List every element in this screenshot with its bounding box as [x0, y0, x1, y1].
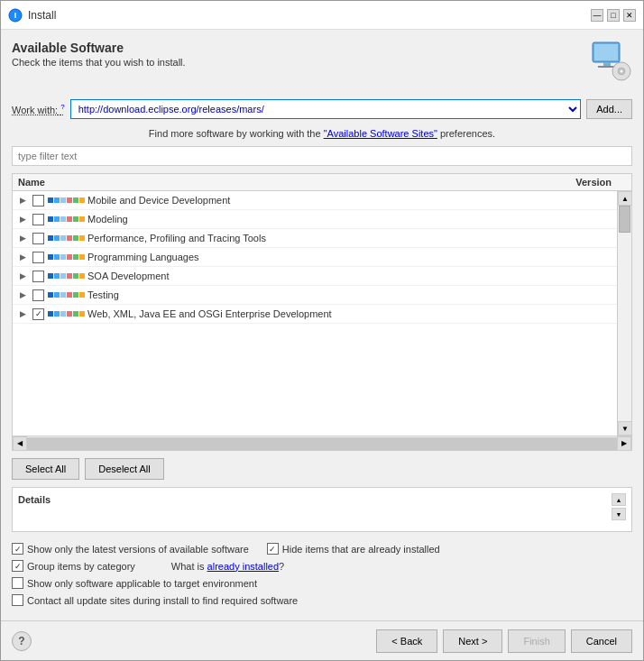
title-bar-left: I Install: [8, 8, 56, 23]
computer-icon: [585, 37, 632, 84]
options-row-2: Group items by category What is already …: [12, 560, 632, 572]
back-button[interactable]: < Back: [376, 629, 437, 653]
item-label: Web, XML, Java EE and OSGi Enterprise De…: [87, 308, 613, 319]
tree-container: Name Version ▶ Mobile and Device Develop…: [12, 173, 632, 451]
item-icons: [48, 273, 85, 279]
tree-row[interactable]: ▶ Mobile and Device Development: [13, 191, 617, 210]
tree-header: Name Version: [13, 174, 631, 191]
item-icons: [48, 235, 85, 241]
header-icon: [585, 37, 632, 87]
available-sites-link[interactable]: "Available Software Sites": [324, 128, 437, 139]
details-scrollbar[interactable]: ▲ ▼: [612, 493, 626, 520]
maximize-button[interactable]: □: [607, 9, 620, 22]
options-area: Show only the latest versions of availab…: [12, 539, 632, 610]
already-installed-link[interactable]: already installed: [207, 561, 280, 572]
scroll-down-arrow[interactable]: ▼: [618, 421, 631, 436]
option-checkbox-group[interactable]: [12, 560, 23, 572]
section-title: Available Software: [12, 41, 186, 55]
option-already-installed: What is already installed?: [171, 560, 284, 572]
option-hide-installed: Hide items that are already installed: [267, 543, 440, 555]
h-scroll-track[interactable]: [27, 437, 617, 450]
select-buttons-area: Select All Deselect All: [12, 458, 632, 480]
details-scroll-down[interactable]: ▼: [612, 508, 626, 520]
option-group-category: Group items by category: [12, 560, 135, 572]
details-section: Details ▲ ▼: [12, 487, 632, 532]
work-with-label: Work with: ?: [12, 103, 65, 115]
expand-icon[interactable]: ▶: [16, 232, 29, 244]
expand-icon[interactable]: ▶: [16, 308, 29, 320]
options-row-1: Show only the latest versions of availab…: [12, 543, 632, 555]
section-subtitle: Check the items that you wish to install…: [12, 57, 186, 68]
tree-row[interactable]: ▶ Performance, Profiling and Tracing Too…: [13, 229, 617, 248]
options-row-4: Contact all update sites during install …: [12, 594, 632, 606]
add-button[interactable]: Add...: [586, 99, 632, 119]
cancel-button[interactable]: Cancel: [571, 629, 632, 653]
item-checkbox[interactable]: [32, 195, 44, 207]
item-label: Testing: [87, 289, 613, 300]
option-label-latest: Show only the latest versions of availab…: [27, 544, 249, 555]
details-scroll-up[interactable]: ▲: [612, 493, 626, 506]
tree-row[interactable]: ▶ Programming Languages: [13, 248, 617, 267]
header-area: Available Software Check the items that …: [12, 41, 186, 68]
scroll-right-arrow[interactable]: ▶: [617, 436, 631, 451]
expand-icon[interactable]: ▶: [16, 194, 29, 207]
work-with-row: Work with: ? http://download.eclipse.org…: [12, 99, 632, 119]
next-button[interactable]: Next >: [443, 629, 502, 653]
option-checkbox-contact[interactable]: [12, 594, 23, 606]
item-checkbox[interactable]: [32, 308, 44, 320]
option-checkbox-latest[interactable]: [12, 543, 23, 555]
install-icon: I: [8, 8, 23, 23]
option-label-contact: Contact all update sites during install …: [27, 595, 298, 606]
title-bar: I Install — □ ✕: [1, 1, 643, 30]
svg-rect-4: [603, 62, 611, 66]
scroll-track[interactable]: [618, 206, 631, 421]
option-label-group: Group items by category: [27, 561, 135, 572]
expand-icon[interactable]: ▶: [16, 270, 29, 282]
minimize-button[interactable]: —: [591, 9, 603, 22]
option-label-target: Show only software applicable to target …: [27, 578, 257, 589]
column-name: Name: [18, 177, 575, 188]
expand-icon[interactable]: ▶: [16, 251, 29, 263]
window-title: Install: [28, 9, 56, 22]
item-checkbox[interactable]: [32, 271, 44, 282]
filter-input[interactable]: [12, 146, 632, 166]
option-label-hide: Hide items that are already installed: [282, 544, 440, 555]
tree-row[interactable]: ▶ Web, XML, Java EE and OSGi Enterprise …: [13, 305, 617, 324]
vertical-scrollbar[interactable]: ▲ ▼: [617, 191, 631, 436]
item-label: Modeling: [87, 214, 613, 225]
close-button[interactable]: ✕: [623, 9, 636, 22]
item-label: Performance, Profiling and Tracing Tools: [87, 233, 613, 243]
finish-button[interactable]: Finish: [508, 629, 565, 653]
work-with-dropdown[interactable]: http://download.eclipse.org/releases/mar…: [70, 99, 582, 119]
scroll-up-arrow[interactable]: ▲: [618, 191, 631, 206]
horizontal-scrollbar[interactable]: ◀ ▶: [13, 436, 631, 450]
svg-point-8: [621, 70, 623, 73]
bottom-bar: ? < Back Next > Finish Cancel: [1, 620, 643, 660]
item-checkbox[interactable]: [32, 289, 44, 301]
tree-row[interactable]: ▶ Testing: [13, 286, 617, 305]
bottom-left: ?: [12, 631, 32, 651]
option-checkbox-hide[interactable]: [267, 543, 279, 555]
item-checkbox[interactable]: [32, 233, 44, 244]
details-title: Details: [18, 494, 51, 505]
install-window: I Install — □ ✕ Available Software Check…: [0, 0, 644, 661]
expand-icon[interactable]: ▶: [16, 213, 29, 225]
item-checkbox[interactable]: [32, 252, 44, 263]
svg-rect-3: [594, 44, 618, 60]
details-content: Details: [18, 493, 51, 506]
item-icons: [48, 292, 85, 298]
scroll-left-arrow[interactable]: ◀: [13, 436, 27, 451]
option-checkbox-target[interactable]: [12, 577, 23, 589]
options-row-3: Show only software applicable to target …: [12, 577, 632, 589]
expand-icon[interactable]: ▶: [16, 289, 29, 301]
deselect-all-button[interactable]: Deselect All: [85, 458, 163, 480]
help-button[interactable]: ?: [12, 631, 32, 651]
select-all-button[interactable]: Select All: [12, 458, 79, 480]
tree-row[interactable]: ▶ Modeling: [13, 210, 617, 229]
tree-row[interactable]: ▶ SOA Development: [13, 267, 617, 286]
item-checkbox[interactable]: [32, 214, 44, 225]
item-label: Mobile and Device Development: [87, 195, 613, 206]
tree-body: ▶ Mobile and Device Development ▶: [13, 191, 617, 436]
item-icons: [48, 197, 85, 203]
scroll-thumb[interactable]: [619, 206, 630, 233]
